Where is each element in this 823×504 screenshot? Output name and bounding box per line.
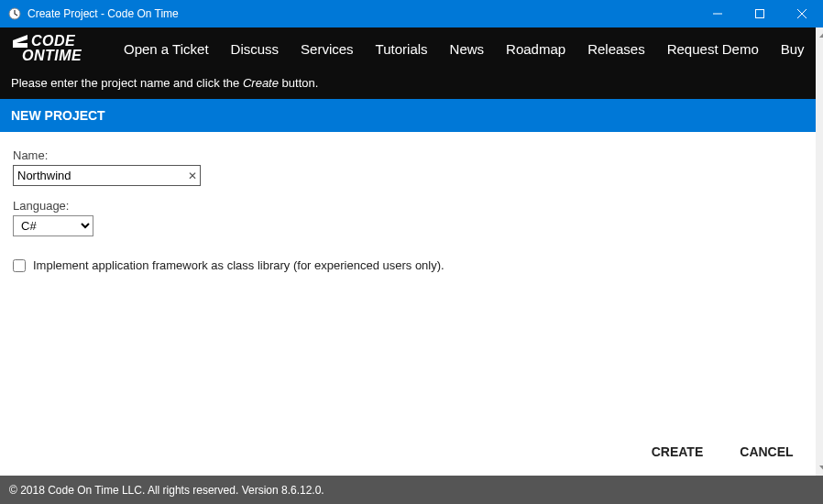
nav-discuss[interactable]: Discuss bbox=[231, 41, 280, 57]
instruction-emphasis: Create bbox=[243, 76, 279, 90]
svg-text:ONTIME: ONTIME bbox=[22, 48, 82, 63]
logo: CODE ONTIME bbox=[11, 31, 98, 66]
nav-releases[interactable]: Releases bbox=[587, 41, 645, 57]
scroll-up-icon[interactable] bbox=[816, 27, 823, 43]
instruction-bar: Please enter the project name and click … bbox=[0, 71, 816, 99]
close-button[interactable] bbox=[781, 0, 823, 27]
maximize-button[interactable] bbox=[739, 0, 781, 27]
language-select[interactable]: C# bbox=[13, 215, 93, 236]
instruction-suffix: button. bbox=[279, 76, 318, 90]
action-bar: CREATE CANCEL bbox=[0, 432, 816, 476]
form-area: Name: ✕ Language: C# Implement applicati… bbox=[0, 132, 816, 432]
nav-roadmap[interactable]: Roadmap bbox=[506, 41, 565, 57]
window-title: Create Project - Code On Time bbox=[27, 7, 697, 20]
svg-rect-2 bbox=[756, 10, 764, 18]
nav-news[interactable]: News bbox=[450, 41, 485, 57]
class-library-checkbox[interactable] bbox=[13, 259, 26, 272]
nav-open-ticket[interactable]: Open a Ticket bbox=[124, 41, 209, 57]
minimize-button[interactable] bbox=[697, 0, 739, 27]
nav-buy[interactable]: Buy bbox=[781, 41, 805, 57]
create-button[interactable]: CREATE bbox=[652, 444, 704, 459]
name-label: Name: bbox=[13, 148, 803, 162]
app-icon bbox=[7, 6, 22, 21]
status-bar: © 2018 Code On Time LLC. All rights rese… bbox=[0, 476, 823, 504]
clear-input-icon[interactable]: ✕ bbox=[188, 170, 197, 182]
instruction-prefix: Please enter the project name and click … bbox=[11, 76, 243, 90]
section-banner: NEW PROJECT bbox=[0, 99, 816, 132]
titlebar: Create Project - Code On Time bbox=[0, 0, 823, 27]
window-controls bbox=[697, 0, 823, 27]
status-text: © 2018 Code On Time LLC. All rights rese… bbox=[9, 484, 324, 497]
name-input[interactable] bbox=[13, 165, 201, 186]
language-label: Language: bbox=[13, 199, 803, 213]
nav-tutorials[interactable]: Tutorials bbox=[376, 41, 428, 57]
cancel-button[interactable]: CANCEL bbox=[740, 444, 793, 459]
banner-title: NEW PROJECT bbox=[11, 108, 105, 123]
scroll-down-icon[interactable] bbox=[816, 460, 823, 476]
nav-request-demo[interactable]: Request Demo bbox=[667, 41, 759, 57]
top-nav: CODE ONTIME Open a Ticket Discuss Servic… bbox=[0, 27, 816, 71]
class-library-label: Implement application framework as class… bbox=[33, 258, 444, 272]
vertical-scrollbar[interactable] bbox=[816, 27, 823, 476]
nav-services[interactable]: Services bbox=[301, 41, 354, 57]
svg-text:CODE: CODE bbox=[31, 33, 76, 49]
